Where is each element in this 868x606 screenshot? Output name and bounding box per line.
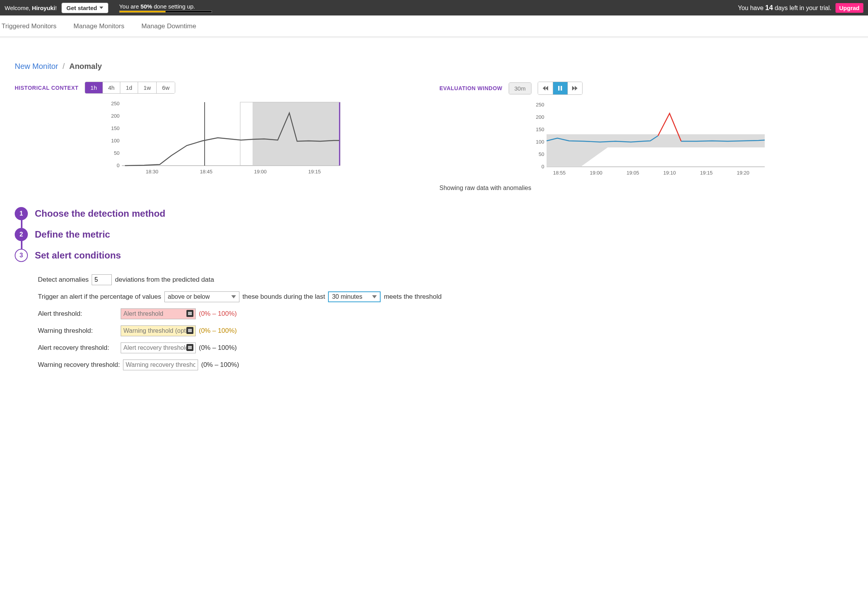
forward-button[interactable] (567, 82, 582, 94)
warning-recovery-label: Warning recovery threshold: (38, 361, 120, 369)
step-2[interactable]: 2 Define the metric (15, 224, 853, 245)
setup-progress-fill (120, 11, 166, 12)
svg-text:100: 100 (111, 138, 120, 144)
eval-range-30m: 30m (509, 83, 531, 94)
breadcrumb: New Monitor / Anomaly (15, 62, 853, 71)
welcome-text: Welcome, Hiroyuki! (5, 5, 57, 11)
svg-text:150: 150 (111, 125, 120, 131)
breadcrumb-parent[interactable]: New Monitor (15, 62, 58, 70)
svg-rect-15 (558, 86, 560, 91)
trigger-prefix: Trigger an alert if the percentage of va… (38, 293, 161, 301)
alert-recovery-label: Alert recovery threshold: (38, 344, 118, 352)
caret-down-icon (99, 7, 103, 9)
alert-threshold-input[interactable] (121, 308, 196, 319)
evaluation-chart[interactable]: 250 200 150 100 50 0 (439, 99, 853, 180)
step-1[interactable]: 1 Choose the detection method (15, 203, 853, 224)
setup-text: You are 50% done setting up. (119, 3, 212, 10)
svg-text:150: 150 (536, 127, 544, 132)
warning-threshold-input[interactable] (121, 325, 196, 336)
pause-button[interactable] (553, 82, 567, 94)
chevron-down-icon (372, 295, 377, 298)
deviations-input[interactable] (92, 274, 112, 285)
row-warning-recovery: Warning recovery threshold: (0% – 100%) (38, 356, 853, 373)
range-6w[interactable]: 6w (157, 82, 175, 93)
evaluation-caption: Showing raw data with anomalies (439, 185, 853, 192)
svg-text:50: 50 (539, 151, 544, 157)
step-3-title: Set alert conditions (35, 250, 121, 261)
subnav-triggered-monitors[interactable]: Triggered Monitors (2, 22, 56, 30)
alert-threshold-label: Alert threshold: (38, 310, 118, 318)
alert-conditions-form: Detect anomalies deviations from the pre… (38, 271, 853, 373)
charts-row: HISTORICAL CONTEXT 1h 4h 1d 1w 6w 250 20… (15, 82, 853, 192)
chevron-down-icon (231, 295, 236, 298)
subnav: Triggered Monitors Manage Monitors Manag… (0, 15, 868, 37)
get-started-button[interactable]: Get started (62, 3, 108, 13)
range-4h[interactable]: 4h (103, 82, 121, 93)
direction-select[interactable]: above or below (164, 291, 239, 302)
svg-text:19:10: 19:10 (663, 170, 676, 176)
window-value: 30 minutes (332, 293, 362, 300)
svg-text:19:20: 19:20 (737, 170, 750, 176)
svg-text:50: 50 (114, 150, 120, 156)
evaluation-window-title: EVALUATION WINDOW (439, 85, 502, 91)
breadcrumb-separator: / (63, 62, 65, 70)
direction-value: above or below (168, 293, 210, 300)
subnav-manage-monitors[interactable]: Manage Monitors (73, 22, 124, 30)
range-1h[interactable]: 1h (85, 82, 103, 93)
alert-recovery-range: (0% – 100%) (199, 344, 237, 352)
svg-text:200: 200 (536, 114, 544, 120)
warning-recovery-input[interactable] (123, 359, 198, 370)
svg-text:19:15: 19:15 (308, 169, 321, 175)
warning-threshold-range: (0% – 100%) (199, 327, 237, 335)
row-alert-threshold: Alert threshold: (0% – 100%) (38, 305, 853, 322)
step-3-badge: 3 (15, 249, 28, 262)
welcome-name: Hiroyuki (32, 5, 55, 11)
alert-recovery-input[interactable] (121, 342, 196, 353)
rewind-button[interactable] (538, 82, 553, 94)
svg-rect-16 (561, 86, 562, 91)
trial-text: You have 14 days left in your trial. (738, 4, 832, 12)
step-1-title: Choose the detection method (35, 208, 165, 219)
svg-text:18:45: 18:45 (200, 169, 213, 175)
warning-recovery-range: (0% – 100%) (201, 361, 239, 369)
welcome-prefix: Welcome, (5, 5, 32, 11)
warning-threshold-label: Warning threshold: (38, 327, 118, 335)
step-connector (21, 240, 22, 249)
upgrade-button[interactable]: Upgrad (836, 3, 864, 13)
alert-threshold-range: (0% – 100%) (199, 310, 237, 318)
range-1d[interactable]: 1d (120, 82, 138, 93)
row-trigger: Trigger an alert if the percentage of va… (38, 288, 853, 305)
row-detect: Detect anomalies deviations from the pre… (38, 271, 853, 288)
page-content: New Monitor / Anomaly HISTORICAL CONTEXT… (0, 38, 868, 404)
setup-progress: You are 50% done setting up. (119, 3, 212, 13)
setup-progress-bar (119, 10, 212, 13)
trigger-mid: these bounds during the last (243, 293, 325, 301)
historical-chart[interactable]: 250 200 150 100 50 0 (15, 98, 429, 179)
evaluation-window-card: EVALUATION WINDOW 30m 250 200 150 100 (439, 82, 853, 192)
historical-range-segmented: 1h 4h 1d 1w 6w (85, 82, 175, 94)
svg-text:19:15: 19:15 (700, 170, 713, 176)
get-started-label: Get started (67, 5, 97, 11)
svg-text:0: 0 (117, 163, 120, 168)
historical-context-title: HISTORICAL CONTEXT (15, 85, 79, 91)
step-1-badge: 1 (15, 207, 28, 220)
evaluation-range: 30m (509, 82, 531, 94)
svg-text:250: 250 (536, 102, 544, 108)
historical-context-card: HISTORICAL CONTEXT 1h 4h 1d 1w 6w 250 20… (15, 82, 429, 179)
subnav-manage-downtime[interactable]: Manage Downtime (141, 22, 196, 30)
topbar: Welcome, Hiroyuki! Get started You are 5… (0, 0, 868, 15)
svg-text:0: 0 (542, 164, 544, 169)
step-connector (21, 219, 22, 228)
steps: 1 Choose the detection method 2 Define t… (15, 203, 853, 266)
svg-text:18:55: 18:55 (553, 170, 566, 176)
svg-text:100: 100 (536, 139, 544, 145)
svg-text:250: 250 (111, 101, 120, 106)
range-1w[interactable]: 1w (138, 82, 157, 93)
window-select[interactable]: 30 minutes (328, 291, 381, 302)
svg-text:19:00: 19:00 (590, 170, 603, 176)
step-3[interactable]: 3 Set alert conditions (15, 245, 853, 266)
row-warning-threshold: Warning threshold: (0% – 100%) (38, 322, 853, 339)
svg-text:18:30: 18:30 (146, 169, 159, 175)
row-alert-recovery: Alert recovery threshold: (0% – 100%) (38, 339, 853, 356)
svg-text:200: 200 (111, 113, 120, 119)
